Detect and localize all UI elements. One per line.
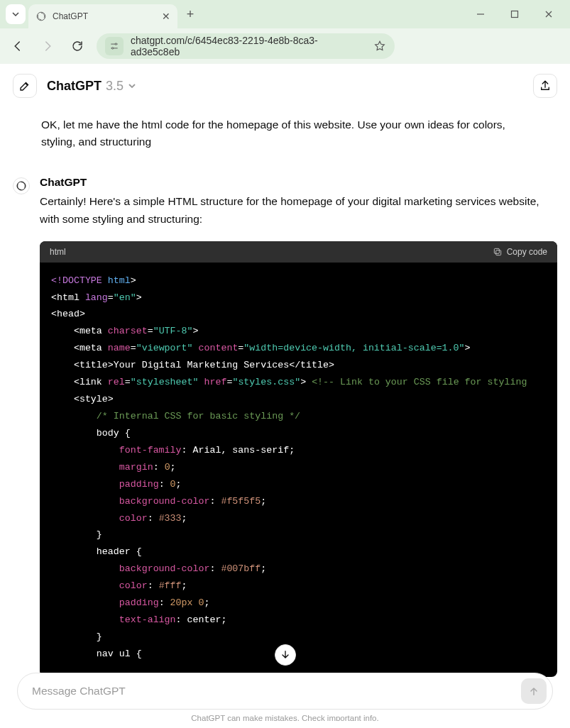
svg-point-3	[115, 43, 116, 45]
share-icon	[539, 79, 552, 92]
copy-code-button[interactable]: Copy code	[493, 247, 547, 257]
minimize-button[interactable]	[465, 3, 496, 26]
model-name: ChatGPT	[47, 79, 102, 94]
back-button[interactable]	[7, 35, 28, 57]
minimize-icon	[476, 10, 485, 18]
svg-point-0	[37, 12, 45, 21]
svg-point-5	[17, 182, 26, 190]
message-input[interactable]	[32, 685, 521, 697]
favicon-icon	[35, 11, 47, 22]
arrow-down-icon	[280, 649, 291, 661]
new-tab-button[interactable]: +	[180, 4, 200, 24]
bookmark-button[interactable]	[373, 40, 386, 53]
composer-area: ChatGPT can make mistakes. Check importa…	[0, 673, 570, 721]
new-chat-button[interactable]	[13, 74, 37, 98]
assistant-avatar	[13, 177, 30, 194]
model-version: 3.5	[106, 79, 124, 94]
browser-toolbar: chatgpt.com/c/6454ec83-2219-4e8b-8ca3-ad…	[0, 28, 570, 64]
copy-code-label: Copy code	[507, 247, 547, 257]
arrow-left-icon	[11, 40, 24, 53]
arrow-up-icon	[528, 685, 539, 697]
window-controls	[465, 3, 570, 26]
send-button[interactable]	[521, 678, 547, 704]
star-icon	[373, 40, 386, 53]
reload-icon	[71, 40, 84, 53]
code-body[interactable]: <!DOCTYPE html> <html lang="en"> <head> …	[40, 263, 557, 677]
assistant-name: ChatGPT	[40, 176, 557, 189]
browser-chrome: ChatGPT ✕ + cha	[0, 0, 570, 64]
site-info-button[interactable]	[105, 37, 124, 55]
app-header: ChatGPT 3.5	[0, 64, 570, 108]
share-button[interactable]	[533, 74, 557, 98]
chatgpt-app: ChatGPT 3.5 OK, let me have the html cod…	[0, 64, 570, 728]
tab-close-button[interactable]: ✕	[162, 11, 170, 22]
tab-strip: ChatGPT ✕ +	[0, 0, 570, 28]
maximize-button[interactable]	[499, 3, 530, 26]
close-window-button[interactable]	[533, 3, 564, 26]
tab-title: ChatGPT	[53, 11, 156, 21]
composer	[17, 673, 553, 710]
svg-rect-6	[495, 250, 500, 255]
assistant-text: Certainly! Here's a simple HTML structur…	[40, 193, 557, 228]
chevron-down-icon	[11, 10, 20, 18]
svg-point-4	[111, 48, 113, 49]
scroll-to-bottom-button[interactable]	[275, 644, 296, 666]
footer-disclaimer: ChatGPT can make mistakes. Check importa…	[17, 714, 553, 721]
forward-button[interactable]	[37, 35, 58, 57]
model-selector[interactable]: ChatGPT 3.5	[47, 79, 136, 94]
address-bar[interactable]: chatgpt.com/c/6454ec83-2219-4e8b-8ca3-ad…	[97, 33, 395, 59]
code-header: html Copy code	[40, 241, 557, 263]
reload-button[interactable]	[67, 35, 88, 57]
assistant-message: ChatGPT Certainly! Here's a simple HTML …	[13, 176, 557, 677]
user-message: OK, let me have the html code for the ho…	[41, 116, 524, 150]
copy-icon	[493, 247, 503, 257]
url-text: chatgpt.com/c/6454ec83-2219-4e8b-8ca3-ad…	[131, 35, 366, 57]
tune-icon	[109, 41, 119, 51]
code-language-label: html	[50, 247, 66, 257]
conversation: OK, let me have the html code for the ho…	[0, 108, 570, 677]
edit-icon	[18, 79, 31, 92]
maximize-icon	[510, 10, 519, 18]
browser-tab[interactable]: ChatGPT ✕	[28, 4, 177, 28]
tabs-dropdown-button[interactable]	[6, 4, 26, 24]
svg-rect-2	[512, 11, 518, 18]
svg-rect-7	[494, 248, 499, 253]
code-block: html Copy code <!DOCTYPE html> <html lan…	[40, 241, 557, 677]
openai-logo-icon	[16, 180, 27, 192]
arrow-right-icon	[41, 40, 54, 53]
chevron-down-icon	[128, 82, 136, 90]
close-icon	[544, 10, 553, 18]
